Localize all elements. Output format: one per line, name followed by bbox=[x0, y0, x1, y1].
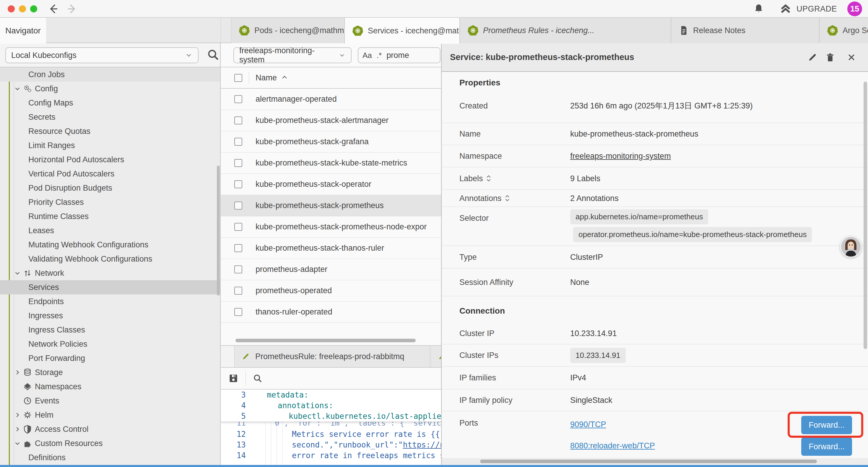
sidebar-scrollbar-thumb[interactable] bbox=[217, 166, 220, 296]
namespace-select[interactable]: freeleaps-monitoring-system bbox=[234, 47, 351, 63]
sidebar-item-resource-quotas[interactable]: Resource Quotas bbox=[0, 124, 221, 138]
forward-button-8080[interactable]: Forward... bbox=[801, 437, 852, 456]
sidebar-item-horizontal-pod-autoscalers[interactable]: Horizontal Pod Autoscalers bbox=[0, 152, 221, 167]
sidebar-item-priority-classes[interactable]: Priority Classes bbox=[0, 195, 221, 209]
kubeconfig-select[interactable]: Local Kubeconfigs bbox=[5, 47, 198, 63]
regex-toggle[interactable]: .* bbox=[377, 51, 382, 60]
chevron-down-icon[interactable] bbox=[14, 85, 23, 92]
table-row[interactable]: alertmanager-operated bbox=[221, 89, 441, 110]
row-checkbox[interactable] bbox=[234, 223, 242, 231]
chevron-right-icon[interactable] bbox=[14, 369, 23, 376]
row-checkbox[interactable] bbox=[234, 95, 242, 103]
table-row[interactable]: kube-prometheus-stack-grafana bbox=[221, 131, 441, 152]
window-close-button[interactable] bbox=[8, 5, 15, 12]
sidebar-item-port-forwarding[interactable]: Port Forwarding bbox=[0, 351, 221, 365]
sort-updown-icon[interactable] bbox=[505, 194, 510, 202]
sidebar-item-services[interactable]: Services bbox=[0, 280, 221, 294]
sidebar-item-access-control[interactable]: Access Control bbox=[0, 422, 221, 436]
sidebar-item-pod-disruption-budgets[interactable]: Pod Disruption Budgets bbox=[0, 181, 221, 195]
tab-pods[interactable]: Pods - icecheng@mathmas... bbox=[231, 18, 344, 43]
window-zoom-button[interactable] bbox=[30, 5, 37, 12]
name-column-header[interactable]: Name bbox=[255, 73, 277, 83]
delete-trash-icon[interactable] bbox=[824, 52, 836, 63]
port-link-8080[interactable]: 8080:reloader-web/TCP bbox=[570, 441, 655, 450]
sidebar-item-ingresses[interactable]: Ingresses bbox=[0, 309, 221, 323]
sort-updown-icon[interactable] bbox=[486, 174, 491, 183]
row-checkbox[interactable] bbox=[234, 202, 242, 209]
list-search-box[interactable]: Aa .* bbox=[358, 47, 440, 63]
editor-tab-partial[interactable] bbox=[430, 346, 441, 367]
sidebar-item-custom-resources[interactable]: Custom Resources bbox=[0, 436, 221, 450]
table-row[interactable]: kube-prometheus-stack-alertmanager bbox=[221, 110, 441, 131]
sidebar-item-limit-ranges[interactable]: Limit Ranges bbox=[0, 138, 221, 152]
chevron-right-icon[interactable] bbox=[14, 426, 23, 432]
sidebar-item-namespaces[interactable]: Namespaces bbox=[0, 380, 221, 394]
edit-pencil-icon[interactable] bbox=[807, 52, 818, 63]
back-icon[interactable] bbox=[47, 2, 60, 16]
table-row[interactable]: kube-prometheus-stack-prometheus-node-ex… bbox=[221, 216, 441, 238]
table-row[interactable]: prometheus-operated bbox=[221, 280, 441, 301]
notification-count-badge[interactable]: 15 bbox=[847, 1, 862, 16]
annotations-value[interactable]: 2 Annotations bbox=[570, 194, 619, 203]
chevron-down-icon[interactable] bbox=[14, 440, 23, 447]
editor-tab-prometheusrule[interactable]: PrometheusRule: freeleaps-prod-rabbitmq bbox=[234, 346, 430, 367]
table-row[interactable]: kube-prometheus-stack-thanos-ruler bbox=[221, 238, 441, 259]
avatar[interactable] bbox=[840, 236, 862, 258]
forward-icon[interactable] bbox=[66, 2, 79, 16]
table-row-selected[interactable]: kube-prometheus-stack-prometheus bbox=[221, 195, 441, 216]
notifications-bell-icon[interactable] bbox=[753, 3, 765, 15]
editor-search-icon[interactable] bbox=[252, 373, 263, 384]
sidebar-item-validating-webhook-configurations[interactable]: Validating Webhook Configurations bbox=[0, 252, 221, 266]
sidebar-item-endpoints[interactable]: Endpoints bbox=[0, 294, 221, 309]
row-checkbox[interactable] bbox=[234, 308, 242, 316]
row-checkbox[interactable] bbox=[234, 116, 242, 124]
upgrade-label[interactable]: UPGRADE bbox=[797, 4, 837, 13]
sidebar-item-mutating-webhook-configurations[interactable]: Mutating Webhook Configurations bbox=[0, 238, 221, 252]
sort-ascending-icon[interactable] bbox=[281, 74, 288, 81]
horizontal-scrollbar-thumb[interactable] bbox=[236, 339, 416, 342]
sidebar-item-vertical-pod-autoscalers[interactable]: Vertical Pod Autoscalers bbox=[0, 167, 221, 181]
chevron-right-icon[interactable] bbox=[14, 412, 23, 418]
sidebar-search-icon[interactable] bbox=[206, 48, 220, 61]
table-row[interactable]: kube-prometheus-stack-operator bbox=[221, 174, 441, 195]
window-minimize-button[interactable] bbox=[19, 5, 26, 12]
match-case-toggle[interactable]: Aa bbox=[363, 51, 372, 60]
sidebar-item-runtime-classes[interactable]: Runtime Classes bbox=[0, 209, 221, 224]
code-link[interactable]: https://net bbox=[403, 440, 441, 449]
sidebar-item-storage[interactable]: Storage bbox=[0, 365, 221, 380]
labels-value[interactable]: 9 Labels bbox=[570, 174, 600, 183]
drawer-scrollbar-thumb[interactable] bbox=[864, 82, 867, 349]
tab-navigator[interactable]: Navigator bbox=[0, 18, 46, 44]
tab-services[interactable]: Services - icecheng@math... × bbox=[344, 18, 460, 44]
port-link-9090[interactable]: 9090/TCP bbox=[570, 420, 606, 429]
tab-argo[interactable]: Argo Se bbox=[819, 18, 868, 43]
namespace-link[interactable]: freeleaps-monitoring-system bbox=[570, 152, 671, 161]
upgrade-chevrons-icon[interactable] bbox=[779, 3, 792, 15]
sidebar-item-cron-jobs[interactable]: Cron Jobs bbox=[0, 67, 221, 82]
search-input[interactable] bbox=[386, 51, 419, 60]
drawer-hscrollbar-thumb[interactable] bbox=[480, 460, 817, 463]
sidebar-item-helm[interactable]: Helm bbox=[0, 408, 221, 422]
sidebar-item-definitions[interactable]: Definitions bbox=[0, 450, 221, 465]
sidebar-item-network[interactable]: Network bbox=[0, 266, 221, 280]
yaml-editor[interactable]: 3metadata: 4annotations: 5kubectl.kubern… bbox=[221, 389, 441, 465]
sidebar-item-config[interactable]: Config bbox=[0, 82, 221, 96]
save-icon[interactable] bbox=[228, 373, 239, 384]
tab-prometheus-rules[interactable]: Prometheus Rules - icecheng... bbox=[460, 18, 671, 43]
sidebar-item-leases[interactable]: Leases bbox=[0, 224, 221, 238]
table-row[interactable]: prometheus-adapter bbox=[221, 259, 441, 280]
table-row[interactable]: kube-prometheus-stack-kube-state-metrics bbox=[221, 152, 441, 174]
chevron-down-icon[interactable] bbox=[14, 270, 23, 276]
close-icon[interactable] bbox=[845, 52, 857, 63]
tab-release-notes[interactable]: Release Notes bbox=[671, 18, 819, 43]
row-checkbox[interactable] bbox=[234, 287, 242, 295]
sidebar-item-ingress-classes[interactable]: Ingress Classes bbox=[0, 323, 221, 337]
row-checkbox[interactable] bbox=[234, 265, 242, 273]
row-checkbox[interactable] bbox=[234, 138, 242, 146]
sidebar-item-secrets[interactable]: Secrets bbox=[0, 110, 221, 124]
row-checkbox[interactable] bbox=[234, 244, 242, 252]
sidebar-item-config-maps[interactable]: Config Maps bbox=[0, 96, 221, 110]
row-checkbox[interactable] bbox=[234, 180, 242, 188]
row-checkbox[interactable] bbox=[234, 159, 242, 167]
table-row[interactable]: thanos-ruler-operated bbox=[221, 301, 441, 323]
